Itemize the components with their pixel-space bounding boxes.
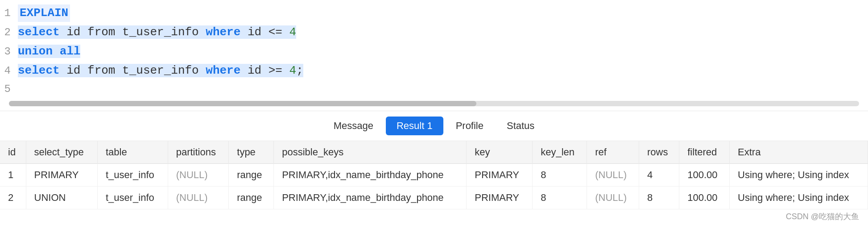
scrollbar-track[interactable] [9,101,859,106]
col-header-key: key [467,141,533,164]
line-number: 4 [0,63,18,79]
code-content: select id from t_user_info where id <= 4 [18,24,868,41]
table-cell-rows: 8 [639,187,679,209]
col-header-type: type [229,141,274,164]
table-cell-key_len: 8 [533,164,587,187]
table-cell-id: 1 [0,164,26,187]
code-line: 1EXPLAIN [0,4,868,23]
table-cell-rows: 4 [639,164,679,187]
code-content: select id from t_user_info where id >= 4… [18,62,868,79]
table-cell-id: 2 [0,187,26,209]
col-header-ref: ref [587,141,639,164]
results-table-wrapper: idselect_typetablepartitionstypepossible… [0,141,868,209]
table-cell-ref: (NULL) [587,164,639,187]
col-header-rows: rows [639,141,679,164]
table-cell-key: PRIMARY [467,187,533,209]
table-cell-type: range [229,187,274,209]
table-cell-select_type: UNION [26,187,97,209]
table-cell-ref: (NULL) [587,187,639,209]
table-cell-possible_keys: PRIMARY,idx_name_birthday_phone [274,164,467,187]
table-cell-partitions: (NULL) [168,164,229,187]
table-cell-Extra: Using where; Using index [730,187,868,209]
table-cell-type: range [229,164,274,187]
tabs-bar: MessageResult 1ProfileStatus [0,111,868,141]
table-cell-table: t_user_info [97,164,168,187]
code-line: 2select id from t_user_info where id <= … [0,23,868,42]
col-header-key_len: key_len [533,141,587,164]
table-row: 2UNIONt_user_info(NULL)rangePRIMARY,idx_… [0,187,868,209]
table-cell-table: t_user_info [97,187,168,209]
col-header-Extra: Extra [730,141,868,164]
table-cell-filtered: 100.00 [679,164,730,187]
table-cell-Extra: Using where; Using index [730,164,868,187]
table-cell-partitions: (NULL) [168,187,229,209]
table-cell-select_type: PRIMARY [26,164,97,187]
tab-status[interactable]: Status [496,117,545,135]
footer-watermark: CSDN @吃猫的大鱼 [0,209,868,224]
table-cell-key_len: 8 [533,187,587,209]
tab-profile[interactable]: Profile [445,117,494,135]
line-number: 2 [0,25,18,41]
tab-result-1[interactable]: Result 1 [386,117,443,135]
code-line: 4select id from t_user_info where id >= … [0,61,868,80]
code-content: EXPLAIN [18,4,868,22]
scrollbar-thumb[interactable] [9,101,476,106]
line-number: 5 [0,81,18,97]
col-header-table: table [97,141,168,164]
col-header-id: id [0,141,26,164]
code-line: 3union all [0,42,868,61]
code-content: union all [18,43,868,60]
table-cell-possible_keys: PRIMARY,idx_name_birthday_phone [274,187,467,209]
results-table: idselect_typetablepartitionstypepossible… [0,141,868,209]
line-number: 1 [0,5,18,21]
col-header-select_type: select_type [26,141,97,164]
editor-area: 1EXPLAIN2select id from t_user_info wher… [0,0,868,111]
col-header-partitions: partitions [168,141,229,164]
line-number: 3 [0,44,18,60]
table-row: 1PRIMARYt_user_info(NULL)rangePRIMARY,id… [0,164,868,187]
code-line: 5 [0,80,868,98]
col-header-filtered: filtered [679,141,730,164]
col-header-possible_keys: possible_keys [274,141,467,164]
tab-message[interactable]: Message [323,117,384,135]
table-cell-filtered: 100.00 [679,187,730,209]
watermark-text: CSDN @吃猫的大鱼 [786,212,859,221]
table-cell-key: PRIMARY [467,164,533,187]
